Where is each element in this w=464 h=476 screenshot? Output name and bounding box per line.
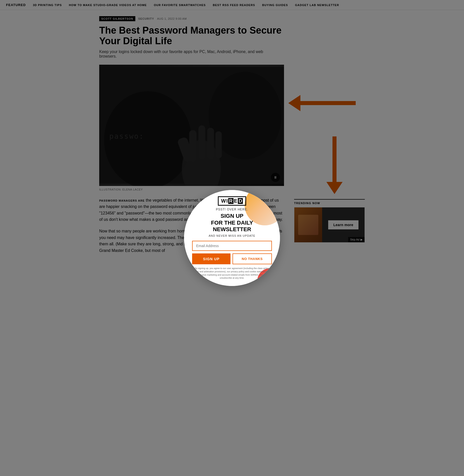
wired-e: E <box>234 198 237 204</box>
modal-dialog: ✕ W I R E D PSST! OVER HERE. SIGN UP FOR… <box>184 190 280 259</box>
no-thanks-button[interactable]: NO THANKS <box>233 253 272 259</box>
modal-overlay[interactable]: ✕ W I R E D PSST! OVER HERE. SIGN UP FOR… <box>0 0 464 259</box>
modal-psst-text: PSST! OVER HERE. <box>216 208 248 211</box>
modal-headline-line3: NEWSLETTER <box>211 226 253 233</box>
modal-subline: AND NEVER MISS AN UPDATE <box>209 234 255 237</box>
wired-logo: W I R E D <box>218 196 246 206</box>
modal-headline: SIGN UP FOR THE DAILY NEWSLETTER <box>211 213 253 233</box>
modal-content: W I R E D PSST! OVER HERE. SIGN UP FOR T… <box>192 196 272 259</box>
modal-headline-line2: FOR THE DAILY <box>211 220 253 226</box>
wired-i: I <box>226 198 228 204</box>
email-input[interactable] <box>192 241 272 251</box>
wired-r: R <box>228 198 233 204</box>
wired-d: D <box>238 198 243 204</box>
signup-button[interactable]: SIGN UP <box>192 253 230 259</box>
modal-buttons: SIGN UP NO THANKS <box>192 253 272 259</box>
wired-w: W <box>221 198 226 204</box>
modal-headline-line1: SIGN UP <box>211 213 253 219</box>
